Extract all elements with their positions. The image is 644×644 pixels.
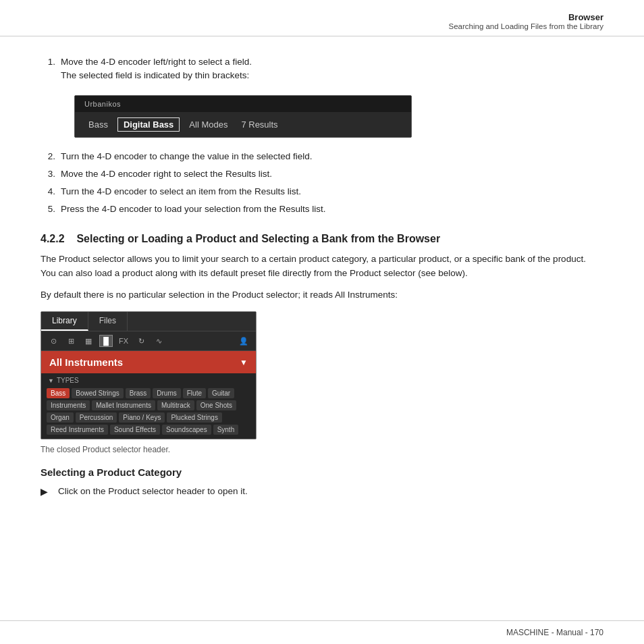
body-paragraph-1: The Product selector allows you to limit… [41,252,603,281]
selector-arrow-icon: ▼ [240,358,248,367]
tag-drums[interactable]: Drums [153,388,180,398]
tab-files[interactable]: Files [88,312,128,331]
tag-bowed-strings[interactable]: Bowed Strings [72,388,123,398]
footer-text: MASCHINE - Manual - 170 [506,628,603,637]
tag-bass[interactable]: Bass [47,388,70,398]
step-num-5: 5. [41,203,55,216]
icon-fx[interactable]: FX [117,335,130,347]
library-tabs: Library Files [41,312,256,331]
library-mockup: Library Files ⊙ ⊞ ▦ ▐▌ FX ↻ ∿ 👤 All Inst… [41,311,257,439]
tag-soundscapes[interactable]: Soundscapes [162,425,211,435]
field-bass: Bass [84,118,112,131]
tag-one-shots[interactable]: One Shots [196,400,236,410]
tag-mallet-instruments[interactable]: Mallet Instruments [92,400,155,410]
icon-grid-small[interactable]: ⊞ [64,335,78,347]
browser-fields: Bass Digital Bass All Modes 7 Results [75,112,411,137]
field-results: 7 Results [237,118,281,131]
icon-wave[interactable]: ∿ [152,335,165,347]
types-label: TYPES [57,377,79,384]
steps-list: 1. Move the 4-D encoder left/right to se… [41,55,603,83]
sub-section-title: Selecting a Product Category [41,466,603,478]
step-num-4: 4. [41,185,55,198]
step-num-3: 3. [41,167,55,181]
step-4: 4. Turn the 4-D encoder to select an ite… [41,185,603,198]
tag-plucked-strings[interactable]: Plucked Strings [167,412,221,423]
icon-person[interactable]: 👤 [237,335,250,347]
browser-top: Urbanikos [75,96,411,112]
step-text-1: Move the 4-D encoder left/right to selec… [61,55,252,83]
tag-brass[interactable]: Brass [126,388,151,398]
tag-sound-effects[interactable]: Sound Effects [110,425,160,435]
selector-label: All Instruments [49,356,123,368]
tag-organ[interactable]: Organ [47,412,74,423]
section-heading: 4.2.2 Selecting or Loading a Product and… [41,233,603,245]
types-header: ▼ TYPES [41,373,256,386]
tag-flute[interactable]: Flute [183,388,206,398]
tag-instruments[interactable]: Instruments [47,400,90,410]
field-digital-bass: Digital Bass [117,117,180,132]
page-container: Browser Searching and Loading Files from… [0,0,644,644]
steps-2-5: 2. Turn the 4-D encoder to change the va… [41,150,603,217]
bullet-arrow-icon: ▶ [41,485,51,499]
page-footer: MASCHINE - Manual - 170 [0,620,644,644]
icon-bar-chart[interactable]: ▐▌ [99,335,113,347]
tag-guitar[interactable]: Guitar [208,388,234,398]
page-header: Browser Searching and Loading Files from… [0,0,644,36]
field-all-modes: All Modes [185,118,232,131]
section-title: Selecting or Loading a Product and Selec… [76,233,440,244]
step-text-4: Turn the 4-D encoder to select an item f… [61,185,301,198]
section-number: 4.2.2 [41,233,65,244]
tags-container: BassBowed StringsBrassDrumsFluteGuitarIn… [41,386,256,439]
body-paragraph-2: By default there is no particular select… [41,288,603,302]
library-icons-row: ⊙ ⊞ ▦ ▐▌ FX ↻ ∿ 👤 [41,331,256,351]
step-1: 1. Move the 4-D encoder left/right to se… [41,55,603,83]
tag-percussion[interactable]: Percussion [76,412,117,423]
caption: The closed Product selector header. [41,445,603,454]
step-num-1: 1. [41,55,55,83]
step-3: 3. Move the 4-D encoder right to select … [41,167,603,181]
header-subtitle: Searching and Loading Files from the Lib… [41,22,603,30]
icon-grid-large[interactable]: ▦ [82,335,95,347]
step-text-2: Turn the 4-D encoder to change the value… [61,150,312,163]
icon-circle[interactable]: ⊙ [47,335,60,347]
icon-refresh[interactable]: ↻ [134,335,148,347]
tag-synth[interactable]: Synth [213,425,239,435]
step-5: 5. Press the 4-D encoder to load your se… [41,203,603,216]
product-selector[interactable]: All Instruments ▼ [41,351,256,373]
header-title: Browser [41,12,603,22]
types-arrow-icon: ▼ [48,377,54,384]
step-num-2: 2. [41,150,55,163]
browser-top-label: Urbanikos [84,100,121,108]
tag-multitrack[interactable]: Multitrack [157,400,194,410]
tag-piano---keys[interactable]: Piano / Keys [119,412,165,423]
bullet-text: Click on the Product selector header to … [58,485,248,498]
tab-library[interactable]: Library [41,312,88,331]
step-text-3: Move the 4-D encoder right to select the… [61,167,272,181]
tag-reed-instruments[interactable]: Reed Instruments [47,425,108,435]
bullet-item: ▶ Click on the Product selector header t… [41,485,603,499]
step-text-5: Press the 4-D encoder to load your selec… [61,203,325,216]
step-2: 2. Turn the 4-D encoder to change the va… [41,150,603,163]
main-content: 1. Move the 4-D encoder left/right to se… [0,36,644,516]
browser-mockup: Urbanikos Bass Digital Bass All Modes 7 … [74,95,412,138]
